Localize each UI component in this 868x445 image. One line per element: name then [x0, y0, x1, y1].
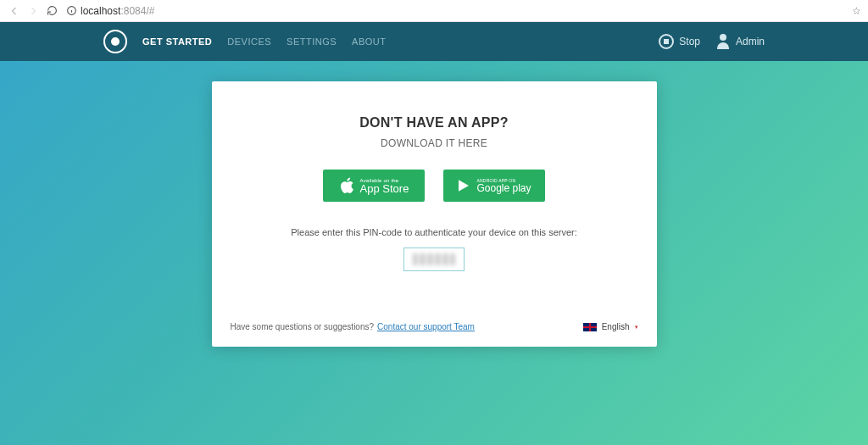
appstore-line2: App Store	[360, 183, 409, 194]
app-logo-icon[interactable]	[103, 30, 127, 53]
forward-icon[interactable]	[25, 3, 41, 19]
stop-label: Stop	[679, 36, 700, 47]
browser-chrome: localhost :8084/# ☆	[0, 0, 868, 22]
pin-code-obscured	[413, 253, 455, 265]
address-bar[interactable]: localhost :8084/#	[81, 5, 154, 17]
stop-icon	[659, 34, 674, 49]
card-heading: DON'T HAVE AN APP?	[229, 115, 640, 131]
googleplay-button[interactable]: ANDROID APP ON Google play	[443, 170, 545, 202]
language-selector[interactable]: English ▾	[583, 322, 638, 331]
nav-devices[interactable]: DEVICES	[227, 36, 271, 47]
pin-instruction: Please enter this PIN-code to authentica…	[229, 227, 640, 237]
nav-about[interactable]: ABOUT	[352, 36, 386, 47]
language-label: English	[602, 322, 630, 331]
user-icon	[715, 34, 731, 49]
footer-question: Have some questions or suggestions?	[231, 322, 375, 331]
pin-code-box	[403, 248, 465, 271]
reload-icon[interactable]	[44, 3, 59, 19]
site-info-icon[interactable]	[66, 5, 77, 16]
apple-icon	[339, 177, 354, 194]
app-navbar: GET STARTED DEVICES SETTINGS ABOUT Stop …	[0, 22, 868, 61]
appstore-button[interactable]: Available on the App Store	[323, 170, 425, 202]
back-icon[interactable]	[7, 3, 22, 19]
stop-button[interactable]: Stop	[659, 34, 700, 49]
googleplay-line2: Google play	[476, 183, 531, 193]
onboarding-card: DON'T HAVE AN APP? DOWNLOAD IT HERE Avai…	[212, 81, 657, 347]
nav-settings[interactable]: SETTINGS	[287, 36, 337, 47]
bookmark-star-icon[interactable]: ☆	[852, 5, 861, 17]
support-link[interactable]: Contact our support Team	[377, 322, 475, 331]
play-icon	[457, 178, 470, 193]
page-body: GET STARTED DEVICES SETTINGS ABOUT Stop …	[0, 22, 868, 445]
nav-get-started[interactable]: GET STARTED	[142, 36, 212, 47]
card-subheading: DOWNLOAD IT HERE	[229, 137, 640, 149]
url-port: :8084/#	[120, 5, 154, 17]
chevron-down-icon: ▾	[635, 324, 638, 331]
admin-label: Admin	[736, 36, 765, 47]
flag-icon	[583, 323, 597, 331]
url-host: localhost	[81, 5, 120, 17]
admin-menu[interactable]: Admin	[715, 34, 765, 49]
